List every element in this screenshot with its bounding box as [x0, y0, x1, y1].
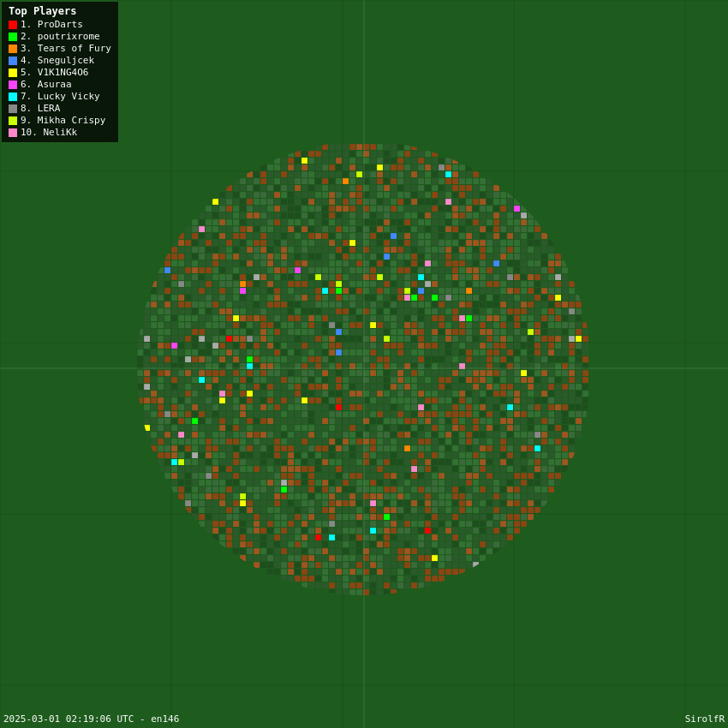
legend-color-swatch	[9, 81, 17, 89]
legend-item: 6. Asuraa	[9, 79, 111, 90]
legend-item: 9. Mikha Crispy	[9, 115, 111, 126]
legend-color-swatch	[9, 92, 17, 101]
legend-color-swatch	[9, 21, 17, 29]
legend-item: 2. poutrixrome	[9, 31, 111, 42]
legend-color-swatch	[9, 33, 17, 41]
legend-item: 1. ProDarts	[9, 19, 111, 30]
legend-item: 8. LERA	[9, 103, 111, 114]
legend-player-name: 3. Tears of Fury	[21, 43, 111, 54]
legend-player-name: 2. poutrixrome	[21, 31, 100, 42]
legend-player-name: 7. Lucky Vicky	[21, 91, 100, 102]
legend-item: 4. Sneguljcek	[9, 55, 111, 66]
legend-item: 10. NeliKk	[9, 127, 111, 138]
legend-title: Top Players	[9, 5, 111, 17]
legend-color-swatch	[9, 45, 17, 53]
legend-color-swatch	[9, 116, 17, 125]
legend-player-name: 5. V1K1NG4O6	[21, 67, 88, 78]
legend-color-swatch	[9, 104, 17, 113]
legend-player-name: 1. ProDarts	[21, 19, 83, 30]
legend-player-name: 6. Asuraa	[21, 79, 72, 90]
legend-color-swatch	[9, 57, 17, 65]
legend-item: 5. V1K1NG4O6	[9, 67, 111, 78]
legend-color-swatch	[9, 69, 17, 77]
legend-item: 3. Tears of Fury	[9, 43, 111, 54]
legend-player-name: 4. Sneguljcek	[21, 55, 94, 66]
legend-player-name: 8. LERA	[21, 103, 60, 114]
legend-panel: Top Players 1. ProDarts2. poutrixrome3. …	[2, 2, 118, 142]
legend-item: 7. Lucky Vicky	[9, 91, 111, 102]
bottom-right-info: SirolfR	[685, 713, 725, 725]
bottom-left-info: 2025-03-01 02:19:06 UTC - en146	[3, 713, 179, 725]
legend-player-name: 9. Mikha Crispy	[21, 115, 105, 126]
legend-color-swatch	[9, 128, 17, 137]
legend-player-name: 10. NeliKk	[21, 127, 77, 138]
